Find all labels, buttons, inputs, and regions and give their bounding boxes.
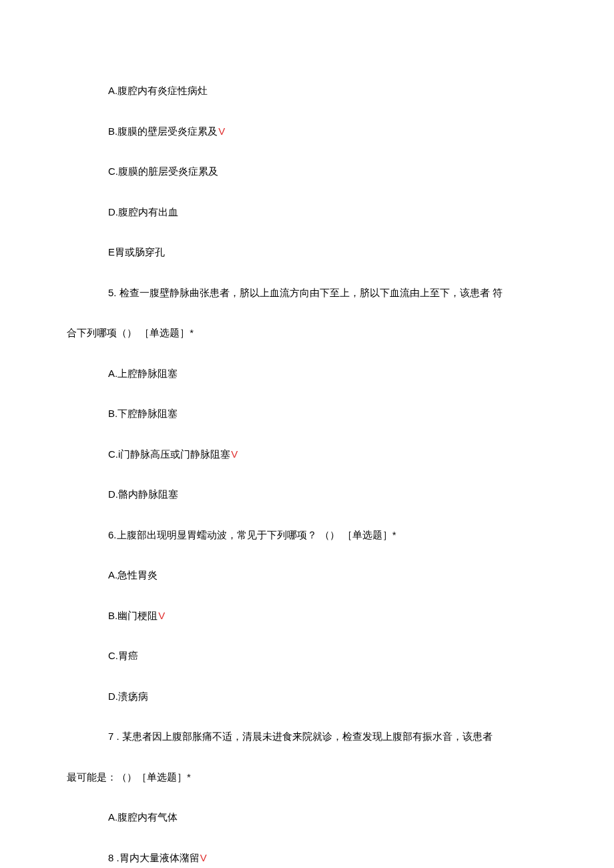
q4-option-d: D.腹腔内有出血 (67, 205, 547, 220)
check-icon: V (218, 125, 225, 137)
q4-option-e: E胃或肠穿孔 (67, 245, 547, 260)
option-text: C.i门静脉高压或门静脉阻塞 (108, 448, 230, 460)
check-icon: V (158, 610, 165, 621)
question-text: 7 . 某患者因上腹部胀痛不适，清晨未进食来院就诊，检查发现上腹部有振水音，该患… (108, 731, 493, 742)
option-text: A.腹腔内有气体 (108, 811, 178, 823)
q7-stem-line1: 7 . 某患者因上腹部胀痛不适，清晨未进食来院就诊，检查发现上腹部有振水音，该患… (67, 729, 547, 745)
q7-option-a: A.腹腔内有气体 (67, 810, 547, 825)
option-text: D.腹腔内有出血 (108, 206, 178, 218)
q5-option-c: C.i门静脉高压或门静脉阻塞V (67, 447, 547, 462)
question-text: 最可能是：（）［单选题］* (67, 771, 191, 783)
q6-option-a: A.急性胃炎 (67, 568, 547, 583)
option-text: E胃或肠穿孔 (108, 246, 165, 258)
document-page: A.腹腔内有炎症性病灶 B.腹膜的壁层受炎症累及V C.腹膜的脏层受炎症累及 D… (0, 0, 614, 868)
q4-option-b: B.腹膜的壁层受炎症累及V (67, 124, 547, 139)
question-text: 5. 检查一腹壁静脉曲张患者，脐以上血流方向由下至上，脐以下血流由上至下，该患者… (108, 287, 503, 298)
option-text: 8 .胃内大量液体潴留 (108, 852, 200, 863)
q5-stem-line2: 合下列哪项（） ［单选题］* (67, 326, 547, 341)
q7-option-b: 8 .胃内大量液体潴留V (67, 851, 547, 866)
q6-option-c: C.胃癌 (67, 648, 547, 664)
option-text: A.急性胃炎 (108, 569, 158, 580)
option-text: A.上腔静脉阻塞 (108, 368, 178, 379)
q6-option-b: B.幽门梗阻V (67, 608, 547, 624)
q5-option-b: B.下腔静脉阻塞 (67, 406, 547, 422)
option-text: A.腹腔内有炎症性病灶 (108, 85, 208, 96)
q5-option-a: A.上腔静脉阻塞 (67, 366, 547, 382)
option-text: C.腹膜的脏层受炎症累及 (108, 165, 218, 177)
option-text: D.骼内静脉阻塞 (108, 488, 178, 500)
option-text: D.溃疡病 (108, 691, 148, 702)
option-text: B.下腔静脉阻塞 (108, 408, 178, 419)
q5-stem-line1: 5. 检查一腹壁静脉曲张患者，脐以上血流方向由下至上，脐以下血流由上至下，该患者… (67, 286, 547, 301)
q6-option-d: D.溃疡病 (67, 689, 547, 705)
question-text: 6.上腹部出现明显胃蠕动波，常见于下列哪项？ （） ［单选题］* (108, 529, 396, 540)
option-text: B.腹膜的壁层受炎症累及 (108, 125, 218, 137)
q7-stem-line2: 最可能是：（）［单选题］* (67, 770, 547, 785)
option-text: B.幽门梗阻 (108, 610, 158, 621)
q4-option-c: C.腹膜的脏层受炎症累及 (67, 164, 547, 179)
question-text: 合下列哪项（） ［单选题］* (67, 327, 194, 338)
q6-stem: 6.上腹部出现明显胃蠕动波，常见于下列哪项？ （） ［单选题］* (67, 528, 547, 543)
check-icon: V (200, 852, 207, 863)
option-text: C.胃癌 (108, 650, 138, 661)
q5-option-d: D.骼内静脉阻塞 (67, 487, 547, 502)
q4-option-a: A.腹腔内有炎症性病灶 (67, 83, 547, 99)
check-icon: V (231, 448, 238, 460)
